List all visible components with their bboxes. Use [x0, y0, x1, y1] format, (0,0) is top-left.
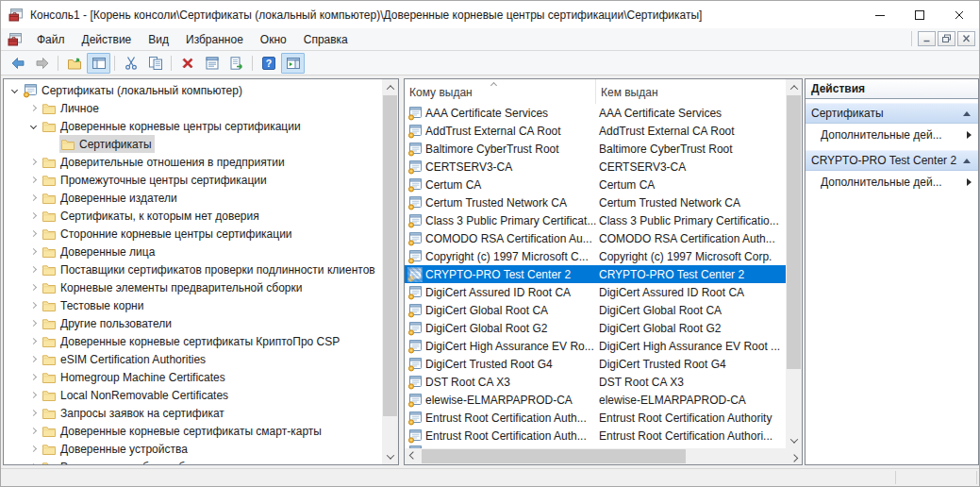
column-header-issued-to[interactable]: Кому выдан [405, 79, 596, 104]
child-minimize-button[interactable] [918, 31, 936, 46]
menu-item[interactable]: Избранное [177, 29, 252, 50]
chevron-right-icon[interactable] [26, 160, 41, 164]
chevron-right-icon[interactable] [26, 285, 41, 290]
tree-item[interactable]: Homegroup Machine Certificates [4, 368, 382, 386]
list-vertical-scrollbar[interactable] [786, 79, 802, 448]
chevron-right-icon[interactable] [26, 231, 41, 236]
chevron-right-icon[interactable] [26, 375, 41, 379]
chevron-right-icon[interactable] [26, 321, 41, 326]
certificate-row[interactable]: Entrust Root Certification Auth...Entrus… [405, 427, 786, 445]
tree-item[interactable]: Доверенные корневые центры сертификации [4, 117, 382, 135]
certificate-row[interactable]: AddTrust External CA RootAddTrust Extern… [405, 122, 786, 140]
certificate-row[interactable]: Class 3 Public Primary Certificat...Clas… [405, 211, 786, 229]
tree-item[interactable]: Поставщики сертификатов проверки подлинн… [4, 260, 382, 278]
tree-item[interactable]: Доверенные устройства [4, 440, 382, 458]
toolbar-export-list-button[interactable] [224, 53, 248, 74]
tree-item[interactable]: Корневые элементы предварительной сборки [4, 278, 382, 296]
scroll-up-icon[interactable] [786, 79, 802, 95]
console-window-icon[interactable] [8, 32, 23, 47]
tree-item[interactable]: Доверенные корневые сертификаты смарт-ка… [4, 422, 382, 440]
action-item[interactable]: Дополнительные дей... [806, 124, 978, 146]
toolbar-forward-arrow-button[interactable] [30, 53, 54, 74]
tree-item[interactable]: Сертификаты (локальный компьютер) [4, 81, 382, 99]
tree-item[interactable]: Доверенные корневые сертификаты КриптоПр… [4, 332, 382, 350]
toolbar-show-console-tree-button[interactable] [87, 53, 110, 74]
tree-item[interactable]: Размещение веб-служб [4, 458, 382, 464]
action-section-header[interactable]: Сертификаты [806, 103, 978, 124]
chevron-right-icon[interactable] [26, 195, 41, 200]
toolbar-help-button[interactable]: ? [257, 53, 280, 74]
certificate-row[interactable]: Copyright (c) 1997 Microsoft C...Copyrig… [405, 247, 786, 265]
column-header-issued-by[interactable]: Кем выдан [596, 79, 786, 104]
child-restore-button[interactable] [938, 31, 955, 46]
list-scrollbar-thumb[interactable] [787, 95, 801, 369]
menu-item[interactable]: Справка [295, 29, 357, 50]
certificate-row[interactable]: Entrust Root Certification Auth...Entrus… [405, 409, 786, 427]
certificate-row[interactable]: CRYPTO-PRO Test Center 2CRYPTO-PRO Test … [405, 265, 786, 283]
certificate-row[interactable]: CERTSERV3-CACERTSERV3-CA [405, 158, 786, 176]
certificate-row[interactable]: Baltimore CyberTrust RootBaltimore Cyber… [405, 140, 786, 158]
tree-item[interactable]: Сертификаты, к которым нет доверия [4, 207, 382, 225]
menu-item[interactable]: Файл [28, 29, 74, 50]
chevron-down-icon[interactable] [8, 88, 22, 92]
chevron-right-icon[interactable] [26, 411, 41, 415]
scroll-right-icon[interactable] [786, 448, 802, 464]
scroll-down-icon[interactable] [382, 448, 398, 464]
certificate-row[interactable]: COMODO RSA Certification Au...COMODO RSA… [405, 229, 786, 247]
certificate-row[interactable]: DigiCert Trusted Root G4DigiCert Trusted… [405, 355, 786, 373]
tree-item[interactable]: Промежуточные центры сертификации [4, 171, 382, 189]
chevron-right-icon[interactable] [26, 357, 41, 361]
chevron-right-icon[interactable] [26, 177, 41, 182]
minimize-button[interactable] [860, 1, 900, 28]
action-section-header[interactable]: CRYPTO-PRO Test Center 2 [806, 150, 978, 171]
toolbar-copy-button[interactable] [143, 53, 167, 74]
hscrollbar-thumb[interactable] [422, 449, 686, 463]
certificate-row[interactable]: DigiCert High Assurance EV Ro...DigiCert… [405, 337, 786, 355]
toolbar-back-arrow-button[interactable] [6, 53, 29, 74]
toolbar-properties-button[interactable] [200, 53, 224, 74]
scroll-up-icon[interactable] [382, 79, 398, 95]
certificate-row[interactable]: Certum Trusted Network CACertum Trusted … [405, 193, 786, 211]
menu-item[interactable]: Вид [140, 29, 177, 50]
tree-item[interactable]: Личное [4, 99, 382, 117]
child-close-button[interactable] [957, 31, 975, 46]
tree-item[interactable]: Тестовые корни [4, 296, 382, 314]
menu-item[interactable]: Окно [252, 29, 295, 50]
tree-item[interactable]: eSIM Certification Authorities [4, 350, 382, 368]
tree-item[interactable]: Другие пользователи [4, 314, 382, 332]
toolbar-delete-button[interactable] [175, 53, 199, 74]
toolbar-up-one-level-button[interactable] [62, 53, 86, 74]
certificate-row[interactable]: DigiCert Assured ID Root CADigiCert Assu… [405, 283, 786, 301]
tree-scrollbar-thumb[interactable] [383, 95, 397, 416]
tree-item[interactable]: Доверительные отношения в предприятии [4, 153, 382, 171]
collapse-up-icon[interactable] [963, 159, 971, 163]
certificate-row[interactable]: DigiCert Global Root CADigiCert Global R… [405, 301, 786, 319]
chevron-right-icon[interactable] [26, 106, 41, 110]
collapse-up-icon[interactable] [963, 111, 971, 116]
action-item[interactable]: Дополнительные дей... [806, 171, 978, 193]
toolbar-show-action-pane-button[interactable] [281, 53, 305, 74]
chevron-right-icon[interactable] [26, 249, 41, 254]
menu-item[interactable]: Действие [74, 29, 141, 50]
certificate-row[interactable]: elewise-ELMARPAPROD-CAelewise-ELMARPAPRO… [405, 391, 786, 409]
chevron-right-icon[interactable] [26, 303, 41, 308]
toolbar-cut-button[interactable] [119, 53, 142, 74]
tree-vertical-scrollbar[interactable] [382, 79, 398, 464]
chevron-down-icon[interactable] [26, 124, 41, 128]
chevron-right-icon[interactable] [26, 428, 41, 433]
certificate-row[interactable]: DigiCert Global Root G2DigiCert Global R… [405, 319, 786, 337]
certificate-row[interactable]: DST Root CA X3DST Root CA X3 [405, 373, 786, 391]
tree-item[interactable]: Сертификаты [4, 135, 382, 153]
tree-item[interactable]: Запросы заявок на сертификат [4, 404, 382, 422]
chevron-right-icon[interactable] [26, 393, 41, 397]
tree-item[interactable]: Сторонние корневые центры сертификации [4, 225, 382, 243]
chevron-right-icon[interactable] [26, 446, 41, 451]
scroll-left-icon[interactable] [405, 448, 421, 464]
certificate-row[interactable]: Certum CACertum CA [405, 176, 786, 193]
chevron-right-icon[interactable] [26, 213, 41, 218]
chevron-right-icon[interactable] [26, 339, 41, 344]
certificate-row[interactable]: AAA Certificate ServicesAAA Certificate … [405, 104, 786, 122]
scroll-down-icon[interactable] [786, 432, 802, 448]
tree-item[interactable]: Доверенные лица [4, 243, 382, 260]
tree-item[interactable]: Доверенные издатели [4, 189, 382, 207]
